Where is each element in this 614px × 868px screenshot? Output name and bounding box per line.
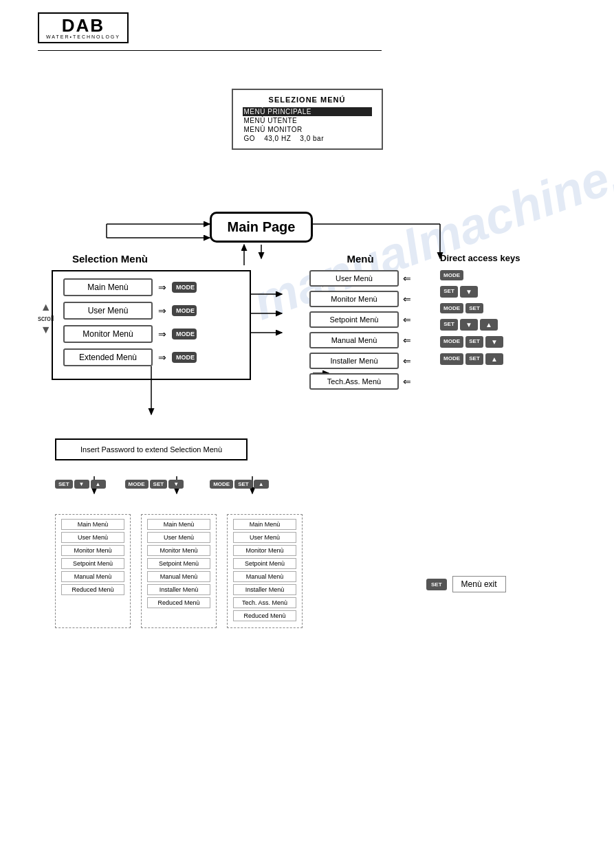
- dab-logo: DAB WATER•TECHNOLOGY: [38, 12, 129, 43]
- dak-set-2[interactable]: SET: [440, 286, 458, 298]
- mode-btn-main[interactable]: MODE: [172, 282, 197, 293]
- dak-set-5[interactable]: SET: [465, 336, 483, 348]
- up-btn-1[interactable]: ▲: [91, 480, 106, 489]
- left-arrow-techass: ⇐: [403, 376, 411, 387]
- sm-row-monitor: Monitor Menù ⇒ MODE: [63, 325, 239, 343]
- mode-btn-extended[interactable]: MODE: [172, 352, 197, 363]
- scroll-down-icon: ▼: [41, 324, 52, 336]
- mode-btn-g2[interactable]: MODE: [125, 480, 149, 489]
- left-arrow-setpoint: ⇐: [403, 314, 411, 325]
- expanded-menus: Main Menù User Menù Monitor Menù Setpoin…: [55, 514, 303, 628]
- dak-mode-6[interactable]: MODE: [440, 353, 463, 365]
- mode-btn-monitor[interactable]: MODE: [172, 329, 197, 340]
- sm-arrow-user: ⇒: [158, 305, 166, 316]
- expanded-col-3: Main Menù User Menù Monitor Menù Setpoin…: [227, 514, 303, 628]
- exp-col1-user: User Menù: [61, 532, 124, 543]
- exp-col3-setpoint: Setpoint Menù: [233, 558, 296, 569]
- dak-down-5[interactable]: ▼: [485, 336, 503, 348]
- set-exit-btn[interactable]: SET: [426, 579, 447, 590]
- set-btn-3[interactable]: SET: [234, 480, 252, 489]
- menu-setpoint-btn[interactable]: Setpoint Menù: [309, 311, 399, 328]
- dak-row-4: SET ▼ ▲: [440, 319, 520, 331]
- dak-mode-1[interactable]: MODE: [440, 270, 463, 280]
- exp-col1-main: Main Menù: [61, 519, 124, 530]
- exp-col3-user: User Menù: [233, 532, 296, 543]
- menu-section: Menù User Menù ⇐ Monitor Menù ⇐ Setpoint…: [309, 253, 411, 390]
- menu-monitor-btn[interactable]: Monitor Menù: [309, 291, 399, 307]
- exp-col3-main: Main Menù: [233, 519, 296, 530]
- dak-down-2[interactable]: ▼: [460, 286, 478, 298]
- dak-group-2: SET ▼: [440, 286, 478, 298]
- key-group-2: MODE SET ▼: [125, 480, 184, 489]
- dak-down-4[interactable]: ▼: [460, 319, 478, 331]
- menu-row-monitor: Monitor Menù ⇐: [309, 291, 411, 307]
- exp-col3-monitor: Monitor Menù: [233, 545, 296, 556]
- down-btn-2[interactable]: ▼: [168, 480, 184, 489]
- menu-user-btn[interactable]: User Menù: [309, 270, 399, 287]
- dak-set-4[interactable]: SET: [440, 319, 458, 331]
- exp-col1-manual: Manual Menù: [61, 571, 124, 582]
- selection-menu-section: Selection Menù Main Menù ⇒ MODE User Men…: [52, 253, 251, 380]
- exp-col2-monitor: Monitor Menù: [147, 545, 210, 556]
- menu-exit-label: Menù exit: [452, 576, 506, 592]
- lcd-title: SELEZIONE MENÚ: [243, 96, 372, 104]
- dak-group-4: SET ▼ ▲: [440, 319, 498, 331]
- dak-row-3: MODE SET: [440, 303, 520, 313]
- exp-col1-setpoint: Setpoint Menù: [61, 558, 124, 569]
- main-menu-btn[interactable]: Main Menù: [63, 278, 153, 296]
- dak-set-6[interactable]: SET: [465, 353, 483, 365]
- menu-manual-btn[interactable]: Manual Menù: [309, 332, 399, 348]
- dak-mode-3[interactable]: MODE: [440, 303, 463, 313]
- selection-menu-box: Main Menù ⇒ MODE User Menù ⇒ MODE Monito…: [52, 270, 251, 380]
- sm-row-extended: Extended Menù ⇒ MODE: [63, 348, 239, 366]
- exp-col2-user: User Menù: [147, 532, 210, 543]
- menu-installer-btn[interactable]: Installer Menù: [309, 353, 399, 369]
- exp-col2-reduced: Reduced Menù: [147, 597, 210, 608]
- dak-group-6: MODE SET ▲: [440, 353, 503, 365]
- sm-row-main: Main Menù ⇒ MODE: [63, 278, 239, 296]
- exp-col3-installer: Installer Menù: [233, 584, 296, 595]
- set-btn-2[interactable]: SET: [150, 480, 168, 489]
- scroll-up-icon: ▲: [41, 301, 52, 313]
- mode-btn-g3[interactable]: MODE: [210, 480, 233, 489]
- dak-row-1: MODE: [440, 270, 520, 280]
- extended-menu-btn[interactable]: Extended Menù: [63, 348, 153, 366]
- monitor-menu-btn[interactable]: Monitor Menù: [63, 325, 153, 343]
- lcd-row-3: MENÙ MONITOR: [243, 125, 372, 134]
- direct-access-section: Direct access keys MODE SET ▼ MODE SET S…: [440, 253, 520, 369]
- mode-btn-user[interactable]: MODE: [172, 305, 197, 316]
- logo-text: DAB: [46, 16, 120, 34]
- exp-col3-reduced: Reduced Menù: [233, 610, 296, 621]
- menu-exit: SET Menù exit: [426, 576, 506, 592]
- dak-group-5: MODE SET ▼: [440, 336, 503, 348]
- dak-group-1: MODE: [440, 270, 463, 280]
- set-btn-1[interactable]: SET: [55, 480, 73, 489]
- expanded-col-2: Main Menù User Menù Monitor Menù Setpoin…: [141, 514, 217, 628]
- dak-group-3: MODE SET: [440, 303, 483, 313]
- menu-techass-btn[interactable]: Tech.Ass. Menù: [309, 373, 399, 390]
- password-box: Insert Password to extend Selection Menù: [55, 438, 248, 460]
- tagline-text: WATER•TECHNOLOGY: [46, 34, 120, 39]
- sm-row-user: User Menù ⇒ MODE: [63, 302, 239, 320]
- left-arrow-user: ⇐: [403, 273, 411, 284]
- menu-title: Menù: [309, 253, 411, 265]
- exp-col3-techass: Tech. Ass. Menù: [233, 597, 296, 608]
- dak-row-2: SET ▼: [440, 286, 520, 298]
- key-group-3: MODE SET ▲: [210, 480, 269, 489]
- dak-row-6: MODE SET ▲: [440, 353, 520, 365]
- up-btn-3[interactable]: ▲: [254, 480, 269, 489]
- header-divider: [38, 50, 382, 51]
- main-page-box: Main Page: [210, 212, 313, 243]
- lcd-display: SELEZIONE MENÚ MENÙ PRINCIPALE MENÙ UTEN…: [232, 89, 383, 150]
- dak-set-3[interactable]: SET: [465, 303, 483, 313]
- user-menu-btn[interactable]: User Menù: [63, 302, 153, 320]
- dak-up-6[interactable]: ▲: [485, 353, 503, 365]
- dak-row-5: MODE SET ▼: [440, 336, 520, 348]
- menu-row-techass: Tech.Ass. Menù ⇐: [309, 373, 411, 390]
- down-btn-1[interactable]: ▼: [74, 480, 89, 489]
- dak-mode-5[interactable]: MODE: [440, 336, 463, 348]
- lcd-row-2: MENÙ UTENTE: [243, 116, 372, 125]
- dak-up-4[interactable]: ▲: [480, 319, 498, 331]
- menu-row-user: User Menù ⇐: [309, 270, 411, 287]
- menu-row-manual: Manual Menù ⇐: [309, 332, 411, 348]
